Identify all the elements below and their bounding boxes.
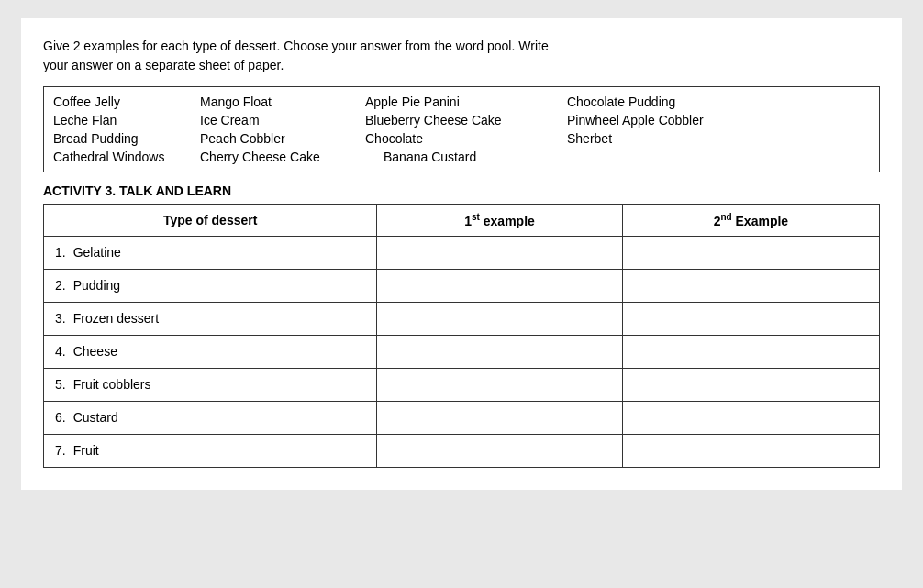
word-chocolate: Chocolate [365,131,567,146]
type-cell: 7.Fruit [44,434,377,467]
table-header-row: Type of dessert 1st example 2nd Example [44,205,880,237]
word-pool-row-4: Cathedral Windows Cherry Cheese Cake Ban… [53,150,870,164]
instruction-line2: your answer on a separate sheet of paper… [43,58,284,72]
word-pool: Coffee Jelly Mango Float Apple Pie Panin… [43,86,880,172]
second-example-cell [622,302,879,335]
second-example-cell [622,269,879,302]
table-row: 6.Custard [44,401,880,434]
word-pinwheel-apple-cobbler: Pinwheel Apple Cobbler [567,113,870,128]
instructions: Give 2 examples for each type of dessert… [43,37,880,75]
table-row: 4.Cheese [44,335,880,368]
word-chocolate-pudding: Chocolate Pudding [567,94,870,109]
table-row: 7.Fruit [44,434,880,467]
word-banana-custard: Banana Custard [384,150,870,164]
type-cell: 1.Gelatine [44,236,377,269]
word-pool-row-2: Leche Flan Ice Cream Blueberry Cheese Ca… [53,113,870,128]
first-example-cell [377,302,622,335]
first-example-cell [377,401,622,434]
second-example-cell [622,401,879,434]
word-sherbet: Sherbet [567,131,870,146]
second-example-cell [622,236,879,269]
table-row: 3.Frozen dessert [44,302,880,335]
activity-title: ACTIVITY 3. TALK AND LEARN [43,183,880,198]
page: Give 2 examples for each type of dessert… [21,18,902,490]
activity-table: Type of dessert 1st example 2nd Example … [43,204,880,468]
instruction-line1: Give 2 examples for each type of dessert… [43,39,549,53]
type-cell: 6.Custard [44,401,377,434]
type-cell: 4.Cheese [44,335,377,368]
first-example-cell [377,368,622,401]
word-peach-cobbler: Peach Cobbler [200,131,365,146]
col-header-second-example: 2nd Example [622,205,879,237]
first-example-cell [377,434,622,467]
type-cell: 5.Fruit cobblers [44,368,377,401]
table-row: 2.Pudding [44,269,880,302]
col-header-type: Type of dessert [44,205,377,237]
first-example-cell [377,236,622,269]
word-cherry-cheese-cake: Cherry Cheese Cake [200,150,384,164]
word-mango-float: Mango Float [200,94,365,109]
table-row: 1.Gelatine [44,236,880,269]
type-cell: 3.Frozen dessert [44,302,377,335]
word-blueberry-cheese-cake: Blueberry Cheese Cake [365,113,567,128]
first-example-cell [377,269,622,302]
first-example-cell [377,335,622,368]
word-apple-pie-panini: Apple Pie Panini [365,94,567,109]
second-example-cell [622,368,879,401]
word-leche-flan: Leche Flan [53,113,200,128]
second-example-cell [622,434,879,467]
word-pool-row-1: Coffee Jelly Mango Float Apple Pie Panin… [53,94,870,109]
second-example-cell [622,335,879,368]
word-coffee-jelly: Coffee Jelly [53,94,200,109]
word-cathedral-windows: Cathedral Windows [53,150,200,164]
word-pool-row-3: Bread Pudding Peach Cobbler Chocolate Sh… [53,131,870,146]
table-row: 5.Fruit cobblers [44,368,880,401]
col-header-first-example: 1st example [377,205,622,237]
word-ice-cream: Ice Cream [200,113,365,128]
word-bread-pudding: Bread Pudding [53,131,200,146]
type-cell: 2.Pudding [44,269,377,302]
